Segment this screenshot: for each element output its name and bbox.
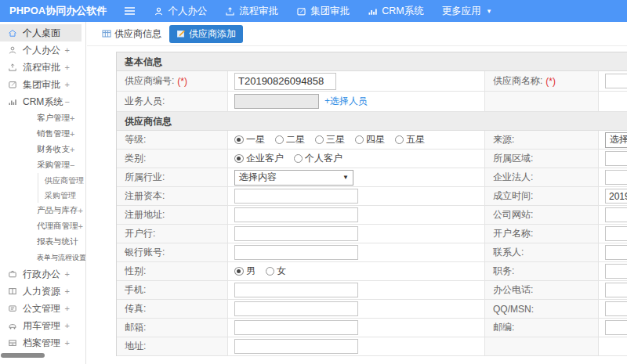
radio-option[interactable]: 男 <box>234 265 256 278</box>
sidebar-item[interactable]: 档案管理+ <box>0 334 82 351</box>
expand-toggle-icon[interactable]: + <box>65 304 82 313</box>
field-label-cell: 银行账号: <box>117 243 228 261</box>
expand-toggle-icon[interactable]: + <box>70 145 86 154</box>
sidebar-item[interactable]: 销售管理+ <box>0 126 82 142</box>
supplier-add-form: 基本信息供应商编号:(*)供应商名称:(*)业务人员:+选择人员供应商信息等级:… <box>116 52 627 356</box>
expand-toggle-icon[interactable]: + <box>70 114 86 123</box>
expand-toggle-icon[interactable]: + <box>65 321 82 330</box>
text-input[interactable] <box>234 245 358 260</box>
radio-option[interactable]: 三星 <box>315 133 345 146</box>
expand-toggle-icon[interactable]: + <box>78 206 87 215</box>
text-input[interactable] <box>605 283 627 297</box>
field-label: 所属行业: <box>125 171 165 184</box>
tab-supplier-info[interactable]: 供应商信息 <box>102 27 161 41</box>
table-icon <box>102 29 111 38</box>
text-input[interactable] <box>234 207 358 222</box>
sidebar-item[interactable]: 产品与库存+ <box>0 203 82 218</box>
select-dropdown[interactable]: 选择内容▼ <box>605 132 627 148</box>
expand-toggle-icon[interactable]: + <box>65 80 82 89</box>
radio-option[interactable]: 个人客户 <box>294 152 342 165</box>
text-input[interactable] <box>234 189 358 204</box>
field-label-cell <box>485 337 599 355</box>
text-input[interactable] <box>605 151 627 166</box>
text-input[interactable] <box>234 94 319 109</box>
radio-button[interactable] <box>234 154 244 163</box>
expand-toggle-icon[interactable]: + <box>78 222 87 231</box>
radio-button[interactable] <box>275 135 284 144</box>
hamburger-menu-icon[interactable] <box>124 6 136 16</box>
text-input[interactable] <box>605 189 627 204</box>
expand-toggle-icon[interactable]: + <box>65 287 82 296</box>
sidebar-item[interactable]: 供应商管理 <box>0 173 82 188</box>
radio-button[interactable] <box>294 154 303 163</box>
expand-toggle-icon[interactable]: − <box>70 160 86 170</box>
radio-option[interactable]: 二星 <box>275 133 305 146</box>
sidebar-item[interactable]: 集团审批+ <box>0 76 82 93</box>
radio-button[interactable] <box>234 135 244 144</box>
radio-option[interactable]: 女 <box>266 265 286 278</box>
sidebar-item[interactable]: 行政办公+ <box>0 265 82 283</box>
text-input[interactable] <box>234 226 358 241</box>
sidebar-item-label: 代理商管理 <box>37 221 78 232</box>
sidebar-horizontal-scrollbar[interactable] <box>1 353 45 358</box>
topbar-menu-item[interactable]: 集团审批 <box>296 5 350 18</box>
radio-option[interactable]: 企业客户 <box>234 152 284 165</box>
text-input[interactable] <box>234 283 358 297</box>
sidebar-item[interactable]: 报表与统计 <box>0 234 82 250</box>
expand-toggle-icon[interactable]: + <box>65 63 82 72</box>
sidebar-item[interactable]: 财务收支+ <box>0 142 82 157</box>
sidebar-item[interactable]: 用车管理+ <box>0 317 82 334</box>
select-dropdown[interactable]: 选择内容▼ <box>234 170 353 186</box>
text-input[interactable] <box>605 264 627 279</box>
sidebar-item[interactable]: 人力资源+ <box>0 283 82 300</box>
sidebar-item[interactable]: CRM系统− <box>0 93 82 110</box>
topbar-menu-item[interactable]: 个人办公 <box>154 5 207 18</box>
topbar-menu-label: 更多应用 <box>442 5 481 18</box>
topbar-menu-item[interactable]: 更多应用▾ <box>442 5 491 18</box>
text-input[interactable] <box>234 301 358 316</box>
radio-button[interactable] <box>234 267 244 276</box>
expand-toggle-icon[interactable]: + <box>65 269 82 279</box>
radio-button[interactable] <box>315 135 324 144</box>
sidebar-item[interactable]: 流程审批+ <box>0 59 82 76</box>
text-input[interactable] <box>605 245 627 260</box>
tab-supplier-add[interactable]: 供应商添加 <box>169 25 243 43</box>
radio-option[interactable]: 五星 <box>395 133 425 146</box>
sidebar-item[interactable]: 采购管理 <box>0 188 82 203</box>
sidebar-item[interactable]: 采购管理− <box>0 157 82 173</box>
text-input[interactable] <box>605 320 627 335</box>
topbar-menu-item[interactable]: 流程审批 <box>225 5 278 18</box>
field-label: 企业法人: <box>493 171 533 184</box>
choose-person-link[interactable]: +选择人员 <box>324 95 368 108</box>
expand-toggle-icon[interactable]: + <box>65 338 82 348</box>
radio-button[interactable] <box>266 267 274 276</box>
expand-toggle-icon[interactable]: − <box>65 97 82 106</box>
sidebar: 个人桌面个人办公+流程审批+集团审批+CRM系统−客户管理+销售管理+财务收支+… <box>0 22 86 364</box>
topbar-menu-item[interactable]: CRM系统 <box>368 5 423 18</box>
text-input[interactable] <box>605 226 627 241</box>
radio-option[interactable]: 四星 <box>355 133 385 146</box>
sidebar-item[interactable]: 个人办公+ <box>0 41 82 59</box>
form-row: 类别:企业客户个人客户所属区域: <box>117 150 627 168</box>
sidebar-item[interactable]: 代理商管理+ <box>0 218 82 234</box>
text-input[interactable] <box>605 74 627 88</box>
text-input[interactable] <box>234 320 358 335</box>
sidebar-item[interactable]: 公文管理+ <box>0 300 82 317</box>
sidebar-item[interactable]: 表单与流程设置+ <box>0 250 82 265</box>
expand-toggle-icon[interactable]: + <box>65 45 82 55</box>
field-label: 开户行: <box>125 227 155 240</box>
sidebar-item[interactable]: 个人桌面 <box>0 24 82 41</box>
text-input[interactable] <box>234 73 336 90</box>
text-input[interactable] <box>234 339 358 354</box>
field-input-cell: 选择内容▼ <box>228 168 485 186</box>
field-input-cell: 企业客户个人客户 <box>228 150 485 168</box>
field-input-cell <box>228 243 485 261</box>
text-input[interactable] <box>605 170 627 185</box>
expand-toggle-icon[interactable]: + <box>70 129 86 139</box>
radio-button[interactable] <box>355 135 364 144</box>
radio-button[interactable] <box>395 135 404 144</box>
text-input[interactable] <box>605 301 627 316</box>
radio-option[interactable]: 一星 <box>234 133 265 146</box>
text-input[interactable] <box>605 207 627 222</box>
sidebar-item[interactable]: 客户管理+ <box>0 110 82 126</box>
